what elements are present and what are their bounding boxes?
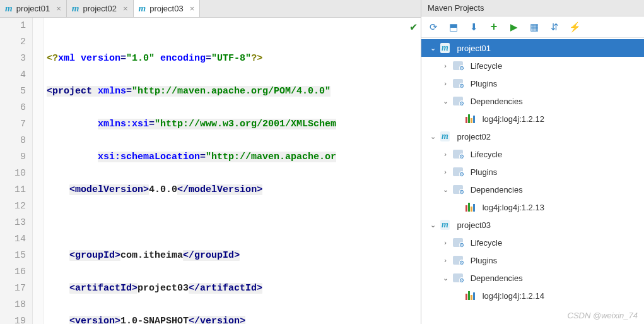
- maven-folder[interactable]: › Lifecycle: [421, 234, 644, 251]
- folder-icon: [453, 150, 463, 159]
- tab-label: project02: [83, 4, 116, 13]
- add-icon[interactable]: +: [488, 21, 500, 33]
- editor-tab[interactable]: mproject03×: [134, 0, 201, 17]
- maven-toolbar: ⟳ ⬒ ⬇ + ▶ ▦ ⇵ ⚡: [421, 16, 644, 38]
- close-icon[interactable]: ×: [123, 4, 128, 13]
- maven-dependency[interactable]: log4j:log4j:1.2.12: [421, 110, 644, 128]
- close-icon[interactable]: ×: [56, 4, 61, 13]
- folder-icon: [453, 185, 463, 194]
- dependency-icon: [465, 203, 475, 212]
- code-content[interactable]: ✔ <?xml version="1.0" encoding="UTF-8"?>…: [44, 18, 421, 324]
- download-icon[interactable]: ⬇: [468, 21, 479, 33]
- inspection-ok-icon: ✔: [410, 19, 417, 35]
- folder-icon: [453, 79, 463, 88]
- tree-label: Plugins: [471, 79, 498, 88]
- editor-pane: mproject01×mproject02×mproject03× 123456…: [0, 0, 421, 324]
- line-number: 2: [4, 34, 26, 51]
- expand-arrow-icon[interactable]: ⌄: [428, 44, 438, 52]
- line-number: 11: [4, 182, 26, 198]
- line-number: 15: [4, 248, 26, 264]
- tab-label: project01: [16, 4, 50, 13]
- folder-icon: [453, 167, 463, 176]
- tree-label: log4j:log4j:1.2.13: [483, 203, 544, 212]
- expand-arrow-icon[interactable]: ›: [440, 62, 450, 69]
- maven-panel: Maven Projects ⟳ ⬒ ⬇ + ▶ ▦ ⇵ ⚡ ⌄m projec…: [421, 0, 644, 324]
- editor-tab[interactable]: mproject02×: [67, 0, 134, 17]
- folder-icon: [453, 238, 463, 247]
- dependency-icon: [465, 291, 475, 300]
- expand-arrow-icon[interactable]: ⌄: [428, 133, 438, 141]
- maven-folder[interactable]: ⌄ Dependencies: [421, 181, 644, 198]
- refresh-icon[interactable]: ⟳: [428, 21, 439, 33]
- tree-label: Lifecycle: [471, 238, 503, 248]
- line-number: 5: [4, 83, 26, 100]
- expand-arrow-icon[interactable]: ⌄: [440, 274, 450, 282]
- tab-label: project03: [149, 4, 183, 13]
- expand-arrow-icon[interactable]: ›: [440, 150, 450, 158]
- folder-icon: [453, 61, 463, 70]
- tree-label: log4j:log4j:1.2.12: [483, 114, 544, 124]
- maven-folder[interactable]: › Lifecycle: [421, 57, 644, 75]
- maven-project[interactable]: ⌄m project01: [421, 39, 644, 57]
- maven-file-icon: m: [139, 3, 146, 14]
- maven-tree[interactable]: ⌄m project01› Lifecycle› Plugins⌄ Depend…: [421, 38, 644, 324]
- maven-file-icon: m: [72, 3, 79, 14]
- maven-dependency[interactable]: log4j:log4j:1.2.13: [421, 198, 644, 216]
- tree-label: project02: [457, 132, 491, 141]
- maven-project[interactable]: ⌄m project03: [421, 216, 644, 234]
- generate-icon[interactable]: ⬒: [448, 21, 459, 33]
- line-number: 1: [4, 18, 26, 34]
- editor-tab[interactable]: mproject01×: [0, 0, 67, 17]
- line-number: 10: [4, 165, 26, 182]
- maven-folder[interactable]: › Plugins: [421, 163, 644, 181]
- xml-pi: <?: [47, 53, 58, 64]
- maven-project-icon: m: [440, 220, 450, 230]
- line-number: 8: [4, 133, 26, 149]
- line-number: 13: [4, 215, 26, 231]
- tree-label: log4j:log4j:1.2.14: [483, 291, 544, 301]
- close-icon[interactable]: ×: [190, 4, 195, 13]
- show-settings-icon[interactable]: ⚡: [569, 21, 580, 33]
- maven-file-icon: m: [5, 3, 13, 14]
- line-number: 18: [4, 297, 26, 313]
- line-gutter: 12345678910111213141516171819: [0, 18, 33, 324]
- line-number: 12: [4, 198, 26, 215]
- tree-label: Dependencies: [471, 185, 523, 195]
- line-number: 3: [4, 51, 26, 67]
- line-number: 7: [4, 116, 26, 133]
- editor-tabs: mproject01×mproject02×mproject03×: [0, 0, 421, 18]
- folder-icon: [453, 97, 463, 105]
- expand-arrow-icon[interactable]: ⌄: [440, 97, 450, 105]
- tree-label: Plugins: [471, 256, 498, 265]
- app-root: mproject01×mproject02×mproject03× 123456…: [0, 0, 644, 324]
- tree-label: Dependencies: [471, 97, 523, 106]
- maven-project-icon: m: [440, 131, 450, 141]
- maven-folder[interactable]: › Plugins: [421, 75, 644, 92]
- line-number: 9: [4, 149, 26, 165]
- maven-folder[interactable]: › Lifecycle: [421, 145, 644, 163]
- expand-arrow-icon[interactable]: ›: [440, 80, 450, 87]
- expand-arrow-icon[interactable]: ⌄: [440, 186, 450, 194]
- line-number: 4: [4, 67, 26, 83]
- line-number: 19: [4, 313, 26, 324]
- execute-goal-icon[interactable]: ▦: [529, 21, 540, 33]
- maven-folder[interactable]: › Plugins: [421, 251, 644, 269]
- line-number: 14: [4, 231, 26, 248]
- expand-arrow-icon[interactable]: ›: [440, 168, 450, 176]
- run-icon[interactable]: ▶: [508, 21, 520, 33]
- folder-icon: [453, 273, 463, 282]
- maven-dependency[interactable]: log4j:log4j:1.2.14: [421, 287, 644, 304]
- line-number: 17: [4, 280, 26, 297]
- tree-label: Lifecycle: [471, 150, 503, 159]
- code-area: 12345678910111213141516171819 ✔ <?xml ve…: [0, 18, 421, 324]
- maven-folder[interactable]: ⌄ Dependencies: [421, 269, 644, 287]
- maven-folder[interactable]: ⌄ Dependencies: [421, 92, 644, 110]
- expand-arrow-icon[interactable]: ›: [440, 256, 450, 264]
- maven-panel-title: Maven Projects: [421, 0, 644, 16]
- maven-project[interactable]: ⌄m project02: [421, 128, 644, 145]
- expand-arrow-icon[interactable]: ⌄: [428, 221, 438, 229]
- tree-label: Lifecycle: [471, 61, 503, 71]
- line-number: 16: [4, 264, 26, 280]
- toggle-offline-icon[interactable]: ⇵: [549, 21, 560, 33]
- expand-arrow-icon[interactable]: ›: [440, 239, 450, 246]
